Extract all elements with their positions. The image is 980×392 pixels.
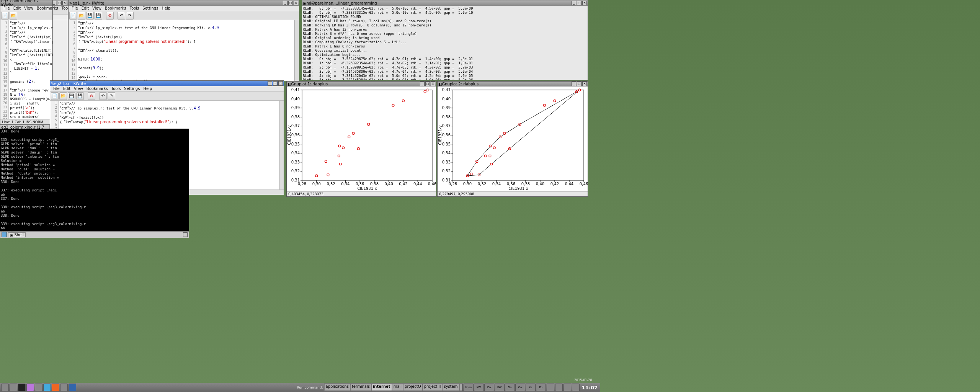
menu-item[interactable]: View <box>91 6 103 10</box>
redo-icon[interactable]: ↷ <box>126 12 134 20</box>
menu-item[interactable]: Tools <box>128 6 141 10</box>
taskbar-window-button[interactable]: Gn <box>505 384 515 391</box>
maximize-button[interactable]: □ <box>57 1 62 5</box>
konsole-menu-icon[interactable] <box>183 232 188 237</box>
menu-item[interactable]: Help <box>142 87 154 91</box>
pager-cell[interactable]: terminals <box>350 384 371 391</box>
menu-item[interactable]: File <box>52 87 61 91</box>
pager-cell[interactable]: projectQ <box>403 384 423 391</box>
close-doc-icon[interactable]: ⊘ <box>88 92 95 100</box>
undo-icon[interactable]: ↶ <box>99 92 107 100</box>
menubar[interactable]: FileEditViewBookmarksToolsSettingsHelp <box>0 6 52 11</box>
titlebar[interactable]: ◧ Gnuplot 1: rlabplus _ □ × <box>287 82 436 87</box>
menu-item[interactable]: View <box>23 6 35 10</box>
open-icon[interactable]: 📂 <box>10 12 17 20</box>
menu-item[interactable]: Edit <box>62 87 72 91</box>
menubar[interactable]: FileEditViewBookmarksToolsSettingsHelp <box>69 6 299 11</box>
volume-icon[interactable] <box>547 384 554 391</box>
plot-canvas[interactable]: 0,280,300,320,340,360,380,400,420,440,46… <box>287 87 436 191</box>
new-icon[interactable]: 📄 <box>51 92 59 100</box>
close-doc-icon[interactable]: ⊘ <box>106 12 114 20</box>
network-icon[interactable] <box>555 384 563 391</box>
titlebar[interactable]: eg3_colormixing.r - KWrite <box>0 0 52 6</box>
titlebar[interactable]: ✎ eg2_lp.r - KWrite _ □ × <box>50 81 284 86</box>
edit-icon[interactable] <box>60 384 68 391</box>
pager-cell[interactable]: mail <box>392 384 403 391</box>
menu-item[interactable]: Bookmarks <box>35 6 60 10</box>
terminal-icon[interactable] <box>18 384 26 391</box>
minimize-button[interactable]: _ <box>572 1 576 5</box>
titlebar[interactable]: ▣ mj@perelman:...linear_programming _ □ … <box>302 0 588 6</box>
close-button[interactable]: × <box>62 1 67 5</box>
maximize-button[interactable]: □ <box>577 82 581 86</box>
close-button[interactable]: × <box>582 82 587 86</box>
code-area[interactable]: "cm">// "cm">// lp_simplex.r: test of "c… <box>9 20 52 119</box>
shell-tab[interactable]: ▣ Shell <box>8 232 26 237</box>
pidgin-icon[interactable] <box>26 384 34 391</box>
saveas-icon[interactable]: 💾 <box>76 92 84 100</box>
minimize-button[interactable]: _ <box>572 82 576 86</box>
menu-item[interactable]: Help <box>160 6 172 10</box>
open-icon[interactable]: 📂 <box>59 92 67 100</box>
globe-icon[interactable] <box>43 384 51 391</box>
menubar[interactable]: FileEditViewBookmarksToolsSettingsHelp <box>50 86 284 91</box>
new-tab-icon[interactable] <box>2 232 7 237</box>
menu-item[interactable]: Tools <box>110 87 122 91</box>
pager-cell[interactable]: project II <box>423 384 443 391</box>
menu-item[interactable]: Bookmarks <box>103 6 128 10</box>
taskbar-window-button[interactable]: KW <box>474 384 484 391</box>
plot-canvas[interactable]: 0,280,300,320,340,360,380,400,420,440,46… <box>438 87 588 191</box>
titlebar[interactable]: ◧ Gnuplot 2: rlabplus _ □ × <box>438 82 588 87</box>
menu-item[interactable]: File <box>2 6 11 10</box>
save-icon[interactable]: 💾 <box>86 12 94 20</box>
close-button[interactable]: × <box>294 1 298 5</box>
firefox-icon[interactable] <box>52 384 59 391</box>
pager-grid[interactable]: applicationsterminalsinternetmailproject… <box>324 384 463 391</box>
pager-cell[interactable]: internet <box>371 384 392 391</box>
terminal-text[interactable]: RLaB: 8: obj = -7,333333145e+02; rpi = 5… <box>302 6 588 80</box>
tools-icon[interactable] <box>35 384 42 391</box>
taskbar[interactable]: Run command: applicationsterminalsintern… <box>0 383 600 392</box>
home-icon[interactable] <box>10 384 17 391</box>
menu-item[interactable]: Edit <box>80 6 90 10</box>
battery-icon[interactable] <box>572 384 580 391</box>
window-list[interactable]: lineaKWKWKWGnGnKoKo <box>464 384 546 391</box>
show-desktop-icon[interactable] <box>1 384 9 391</box>
taskbar-window-button[interactable]: KW <box>484 384 494 391</box>
taskbar-window-button[interactable]: Ko <box>536 384 546 391</box>
menu-item[interactable]: Edit <box>12 6 22 10</box>
new-icon[interactable]: 📄 <box>69 12 77 20</box>
menu-item[interactable]: Settings <box>122 87 141 91</box>
code-area[interactable]: "cm">// "cm">// lp_simplex.r: test of th… <box>77 20 294 81</box>
menu-item[interactable]: Bookmarks <box>85 87 109 91</box>
pager-cell[interactable]: system <box>442 384 459 391</box>
taskbar-window-button[interactable]: KW <box>495 384 505 391</box>
maximize-button[interactable]: □ <box>577 1 581 5</box>
close-button[interactable]: × <box>431 82 435 86</box>
klipper-icon[interactable] <box>564 384 571 391</box>
minimize-button[interactable]: _ <box>283 1 287 5</box>
pager-cell[interactable] <box>459 384 462 391</box>
titlebar[interactable]: ✎ eg1_lp.r - KWrite _ □ × <box>69 0 299 6</box>
taskbar-window-button[interactable]: Ko <box>526 384 536 391</box>
close-button[interactable]: × <box>582 1 587 5</box>
minimize-button[interactable]: _ <box>268 81 272 86</box>
clock[interactable]: 11:07 <box>580 385 599 390</box>
redo-icon[interactable]: ↷ <box>108 92 115 100</box>
save-icon[interactable]: 💾 <box>68 92 75 100</box>
taskbar-window-button[interactable]: linea <box>464 384 474 391</box>
minimize-button[interactable]: _ <box>420 82 425 86</box>
maximize-button[interactable]: □ <box>288 1 293 5</box>
maximize-button[interactable]: □ <box>273 81 278 86</box>
scrollbar-v[interactable] <box>279 101 284 189</box>
close-button[interactable]: × <box>278 81 283 86</box>
open-icon[interactable]: 📂 <box>78 12 85 20</box>
new-icon[interactable]: 📄 <box>1 12 9 20</box>
menu-item[interactable]: File <box>70 6 80 10</box>
konsole-output[interactable]: 334: Done 335: executing script ./eg3_ G… <box>0 129 189 231</box>
menu-item[interactable]: View <box>72 87 85 91</box>
scrollbar-v[interactable] <box>294 20 299 81</box>
display-icon[interactable] <box>69 384 76 391</box>
maximize-button[interactable]: □ <box>425 82 430 86</box>
konsole-tabbar[interactable]: ▣ Shell <box>0 231 189 238</box>
